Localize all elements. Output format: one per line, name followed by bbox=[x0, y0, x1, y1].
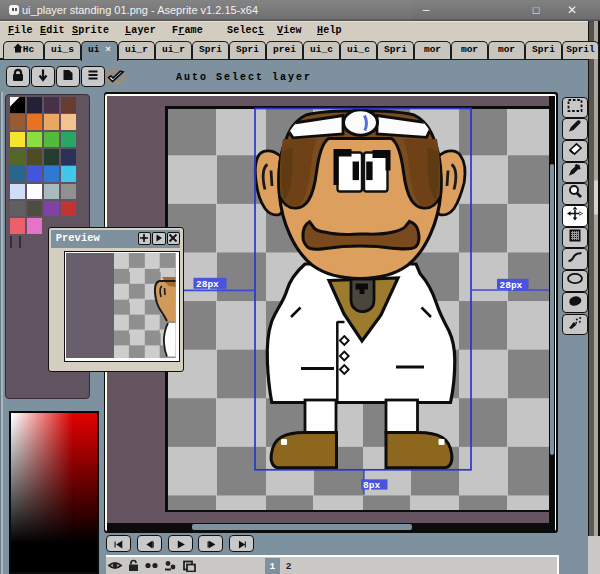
svg-text:28px: 28px bbox=[196, 279, 219, 290]
svg-text:28px: 28px bbox=[500, 280, 523, 291]
svg-text:8px: 8px bbox=[363, 480, 380, 491]
